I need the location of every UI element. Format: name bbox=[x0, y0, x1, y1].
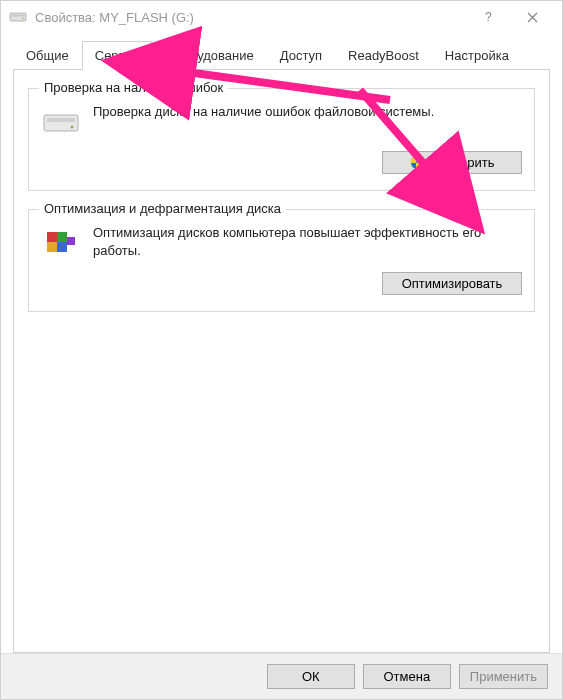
content-area: Общие Сервис Оборудование Доступ ReadyBo… bbox=[1, 33, 562, 653]
group-check-title: Проверка на наличие ошибок bbox=[39, 80, 228, 95]
tab-general[interactable]: Общие bbox=[13, 41, 82, 69]
help-button[interactable]: ? bbox=[466, 2, 510, 32]
close-button[interactable] bbox=[510, 2, 554, 32]
check-button-label: Проверить bbox=[429, 155, 494, 170]
svg-rect-4 bbox=[44, 115, 78, 131]
optimize-description: Оптимизация дисков компьютера повышает э… bbox=[93, 224, 522, 259]
tab-hardware[interactable]: Оборудование bbox=[152, 41, 266, 69]
svg-point-6 bbox=[71, 126, 74, 129]
tab-panel-service: Проверка на наличие ошибок Проверка диск… bbox=[13, 70, 550, 653]
svg-rect-5 bbox=[47, 118, 75, 122]
drive-icon bbox=[9, 10, 27, 24]
svg-rect-11 bbox=[67, 237, 75, 245]
check-button[interactable]: Проверить bbox=[382, 151, 522, 174]
svg-rect-1 bbox=[12, 15, 25, 17]
optimize-button[interactable]: Оптимизировать bbox=[382, 272, 522, 295]
optimize-button-label: Оптимизировать bbox=[402, 276, 503, 291]
svg-rect-7 bbox=[47, 232, 57, 242]
svg-point-2 bbox=[22, 18, 24, 20]
uac-shield-icon bbox=[409, 156, 423, 170]
svg-rect-10 bbox=[57, 242, 67, 252]
tab-bar: Общие Сервис Оборудование Доступ ReadyBo… bbox=[13, 41, 550, 70]
defrag-icon bbox=[41, 226, 81, 262]
svg-rect-9 bbox=[47, 242, 57, 252]
tab-service[interactable]: Сервис bbox=[82, 41, 153, 70]
drive-large-icon bbox=[41, 105, 81, 141]
group-optimize-title: Оптимизация и дефрагментация диска bbox=[39, 201, 286, 216]
titlebar: Свойства: MY_FLASH (G:) ? bbox=[1, 1, 562, 33]
apply-button[interactable]: Применить bbox=[459, 664, 548, 689]
svg-text:?: ? bbox=[485, 11, 492, 23]
window-title: Свойства: MY_FLASH (G:) bbox=[35, 10, 194, 25]
dialog-footer: ОК Отмена Применить bbox=[1, 653, 562, 699]
ok-button[interactable]: ОК bbox=[267, 664, 355, 689]
group-optimize: Оптимизация и дефрагментация диска Оптим… bbox=[28, 209, 535, 312]
properties-window: Свойства: MY_FLASH (G:) ? Общие Сервис О… bbox=[0, 0, 563, 700]
tab-readyboost[interactable]: ReadyBoost bbox=[335, 41, 432, 69]
svg-rect-0 bbox=[10, 13, 26, 21]
tab-access[interactable]: Доступ bbox=[267, 41, 335, 69]
svg-rect-8 bbox=[57, 232, 67, 242]
tab-settings[interactable]: Настройка bbox=[432, 41, 522, 69]
group-check-errors: Проверка на наличие ошибок Проверка диск… bbox=[28, 88, 535, 191]
check-description: Проверка диска на наличие ошибок файлово… bbox=[93, 103, 522, 121]
cancel-button[interactable]: Отмена bbox=[363, 664, 451, 689]
